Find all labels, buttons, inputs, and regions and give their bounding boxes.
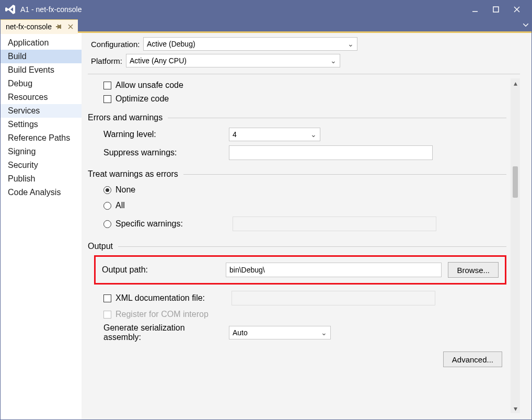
scrollbar[interactable]: ▴ ▾ [511, 78, 520, 413]
titlebar: A1 - net-fx-console [1, 1, 531, 18]
close-tab-icon[interactable] [66, 22, 75, 31]
warning-level-label: Warning level: [103, 130, 224, 139]
gen-serialization-select[interactable]: Auto ⌄ [229, 326, 331, 339]
chevron-down-icon: ⌄ [321, 328, 327, 337]
allow-unsafe-checkbox[interactable] [103, 82, 111, 89]
svg-rect-1 [493, 7, 499, 12]
suppress-warnings-label: Suppress warnings: [103, 148, 224, 157]
sidebar-item-application[interactable]: Application [1, 36, 82, 50]
sidebar-item-services[interactable]: Services [1, 104, 82, 118]
pin-icon[interactable] [55, 22, 63, 31]
optimize-label: Optimize code [115, 94, 169, 104]
chevron-down-icon: ⌄ [348, 40, 354, 48]
divider [118, 246, 506, 247]
content-pane: Configuration: Active (Debug) ⌄ Platform… [82, 33, 531, 419]
sidebar-item-security[interactable]: Security [1, 158, 82, 172]
scroll-up-icon[interactable]: ▴ [511, 78, 520, 88]
sidebar-item-reference-paths[interactable]: Reference Paths [1, 131, 82, 145]
divider [183, 174, 506, 175]
tab-bar: net-fx-console [1, 18, 531, 33]
register-com-checkbox [103, 311, 111, 319]
minimize-button[interactable] [465, 2, 485, 17]
window-title: A1 - net-fx-console [20, 5, 465, 14]
divider [88, 74, 520, 74]
sidebar-item-settings[interactable]: Settings [1, 118, 82, 131]
tab-label: net-fx-console [6, 22, 52, 31]
xml-doc-checkbox[interactable] [103, 294, 111, 302]
sidebar-item-resources[interactable]: Resources [1, 90, 82, 104]
vs-logo-icon [5, 4, 16, 15]
scroll-thumb[interactable] [513, 166, 518, 198]
register-com-label: Register for COM interop [115, 310, 209, 319]
browse-button[interactable]: Browse... [448, 262, 499, 278]
treat-none-label: None [115, 185, 135, 195]
xml-doc-label: XML documentation file: [115, 293, 227, 303]
output-path-input[interactable] [226, 263, 442, 277]
output-path-highlight: Output path: Browse... [94, 255, 506, 285]
sidebar-item-publish[interactable]: Publish [1, 172, 82, 186]
sidebar-item-build-events[interactable]: Build Events [1, 63, 82, 77]
sidebar: Application Build Build Events Debug Res… [1, 33, 82, 419]
platform-select[interactable]: Active (Any CPU) ⌄ [126, 54, 340, 67]
scroll-down-icon[interactable]: ▾ [511, 404, 520, 413]
errors-heading: Errors and warnings [88, 113, 163, 122]
configuration-select[interactable]: Active (Debug) ⌄ [143, 37, 357, 51]
divider [168, 118, 506, 118]
tabbar-overflow-icon[interactable] [520, 18, 531, 32]
platform-label: Platform: [88, 56, 123, 65]
treat-specific-label: Specific warnings: [115, 219, 228, 229]
treat-all-label: All [115, 201, 125, 210]
tab-net-fx-console[interactable]: net-fx-console [1, 19, 78, 34]
suppress-warnings-input[interactable] [229, 145, 433, 160]
treat-all-radio[interactable] [103, 202, 111, 210]
maximize-button[interactable] [485, 2, 506, 17]
close-button[interactable] [506, 2, 527, 17]
gen-serialization-label: Generate serialization assembly: [103, 323, 224, 342]
sidebar-item-signing[interactable]: Signing [1, 145, 82, 158]
chevron-down-icon: ⌄ [310, 130, 317, 139]
output-path-label: Output path: [102, 265, 219, 275]
optimize-checkbox[interactable] [103, 95, 111, 103]
warning-level-select[interactable]: 4 ⌄ [229, 128, 320, 141]
output-heading: Output [88, 242, 113, 251]
sidebar-item-debug[interactable]: Debug [1, 77, 82, 90]
treat-specific-input[interactable] [233, 217, 436, 231]
configuration-label: Configuration: [88, 40, 140, 49]
allow-unsafe-label: Allow unsafe code [115, 81, 183, 90]
treat-none-radio[interactable] [103, 186, 111, 194]
sidebar-item-build[interactable]: Build [1, 50, 82, 63]
treat-heading: Treat warnings as errors [88, 169, 178, 179]
chevron-down-icon: ⌄ [330, 56, 337, 65]
treat-specific-radio[interactable] [103, 220, 111, 228]
xml-doc-input[interactable] [232, 291, 435, 305]
advanced-button[interactable]: Advanced... [443, 351, 502, 367]
sidebar-item-code-analysis[interactable]: Code Analysis [1, 186, 82, 199]
